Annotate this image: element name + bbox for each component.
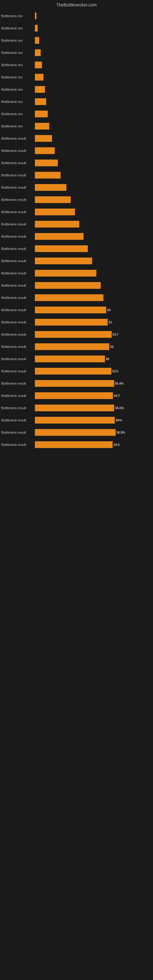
- row-spacer: [0, 192, 153, 196]
- bar-label: Bottleneck result: [1, 161, 35, 165]
- bar-row: Bottleneck result52.: [0, 342, 153, 351]
- bar-value-outside: 49: [106, 357, 109, 361]
- bar-row: Bottleneck res: [0, 73, 153, 81]
- row-spacer: [0, 278, 153, 281]
- bar-label: Bottleneck result: [1, 320, 35, 324]
- bar-row: Bottleneck result.: [0, 281, 153, 290]
- bar-track: [35, 258, 152, 264]
- bar-label: Bottleneck res: [1, 26, 35, 30]
- row-spacer: [0, 327, 153, 330]
- bar-track: [35, 233, 152, 240]
- row-spacer: [0, 266, 153, 269]
- bar-label: Bottleneck res: [1, 63, 35, 67]
- row-spacer: [0, 401, 153, 404]
- bar-track: 50: [35, 307, 152, 313]
- bar-label: Bottleneck res: [1, 14, 35, 18]
- chart-container: Bottleneck resBottleneck resBottleneck r…: [0, 9, 153, 456]
- bar-fill: [35, 380, 114, 387]
- bar-fill: [35, 49, 41, 56]
- bar-row: Bottleneck result49: [0, 355, 153, 363]
- bar-fill: [35, 282, 101, 289]
- bar-value-outside: .: [102, 284, 102, 287]
- bar-fill: [35, 159, 58, 166]
- bar-row: Bottleneck result56.5%: [0, 428, 153, 437]
- bar-label: Bottleneck result: [1, 271, 35, 275]
- bar-label: Bottleneck result: [1, 345, 35, 348]
- row-spacer: [0, 413, 153, 416]
- bar-fill: [35, 135, 52, 142]
- bar-value-outside: 56.5%: [116, 431, 125, 434]
- row-spacer: [0, 229, 153, 232]
- bar-label: Bottleneck result: [1, 357, 35, 361]
- bar-fill: [35, 86, 45, 93]
- bar-track: [35, 294, 152, 301]
- bar-row: Bottleneck result: [0, 196, 153, 204]
- bar-fill: [35, 441, 113, 448]
- bar-fill: [35, 307, 106, 313]
- bar-label: Bottleneck result: [1, 308, 35, 312]
- bar-track: 49: [35, 356, 152, 362]
- row-spacer: [0, 70, 153, 73]
- bar-track: [35, 184, 152, 191]
- bar-label: Bottleneck result: [1, 369, 35, 373]
- row-spacer: [0, 376, 153, 379]
- bar-label: Bottleneck result: [1, 296, 35, 299]
- bar-fill: [35, 294, 104, 301]
- bar-fill: [35, 417, 115, 423]
- bar-label: Bottleneck res: [1, 124, 35, 128]
- bar-label: Bottleneck result: [1, 222, 35, 226]
- row-spacer: [0, 33, 153, 36]
- bar-fill: [35, 208, 75, 215]
- bar-value-outside: 53.5: [112, 370, 118, 373]
- row-spacer: [0, 339, 153, 342]
- bar-fill: [35, 233, 83, 240]
- bar-row: Bottleneck res: [0, 12, 153, 20]
- bar-row: Bottleneck result: [0, 232, 153, 241]
- bar-track: 52.: [35, 343, 152, 350]
- bar-fill: [35, 258, 92, 264]
- bar-track: 54.7: [35, 392, 152, 399]
- bar-fill: [35, 270, 96, 277]
- bar-fill: [35, 356, 105, 362]
- bar-track: [35, 86, 152, 93]
- bar-fill: [35, 331, 112, 338]
- bar-label: Bottleneck result: [1, 149, 35, 153]
- bar-label: Bottleneck res: [1, 75, 35, 79]
- bar-row: Bottleneck result: [0, 208, 153, 216]
- row-spacer: [0, 217, 153, 220]
- bar-track: 51.: [35, 319, 152, 326]
- bar-label: Bottleneck result: [1, 332, 35, 336]
- bar-row: Bottleneck res: [0, 122, 153, 130]
- bar-track: [35, 98, 152, 105]
- bar-track: [35, 74, 152, 81]
- bar-track: [35, 221, 152, 228]
- row-spacer: [0, 168, 153, 171]
- bar-row: Bottleneck result55.4%: [0, 379, 153, 388]
- row-spacer: [0, 131, 153, 134]
- row-spacer: [0, 241, 153, 244]
- bar-row: Bottleneck result51.: [0, 318, 153, 326]
- bar-label: Bottleneck result: [1, 186, 35, 189]
- bar-label: Bottleneck result: [1, 247, 35, 250]
- row-spacer: [0, 388, 153, 391]
- row-spacer: [0, 21, 153, 24]
- bar-row: Bottleneck res: [0, 36, 153, 45]
- bar-label: Bottleneck result: [1, 431, 35, 434]
- bar-row: Bottleneck res: [0, 60, 153, 69]
- row-spacer: [0, 82, 153, 85]
- bar-fill: [35, 25, 38, 32]
- row-spacer: [0, 364, 153, 367]
- row-spacer: [0, 302, 153, 305]
- bar-label: Bottleneck result: [1, 137, 35, 140]
- bar-fill: [35, 184, 66, 191]
- bar-row: Bottleneck result: [0, 269, 153, 277]
- bar-track: [35, 159, 152, 166]
- bar-row: Bottleneck result: [0, 183, 153, 192]
- bar-fill: [35, 343, 109, 350]
- row-spacer: [0, 450, 153, 453]
- bar-track: [35, 25, 152, 32]
- bar-row: Bottleneck result54.5: [0, 441, 153, 449]
- bar-label: Bottleneck result: [1, 283, 35, 287]
- bar-value-outside: 50: [107, 309, 110, 312]
- bar-row: Bottleneck result: [0, 171, 153, 180]
